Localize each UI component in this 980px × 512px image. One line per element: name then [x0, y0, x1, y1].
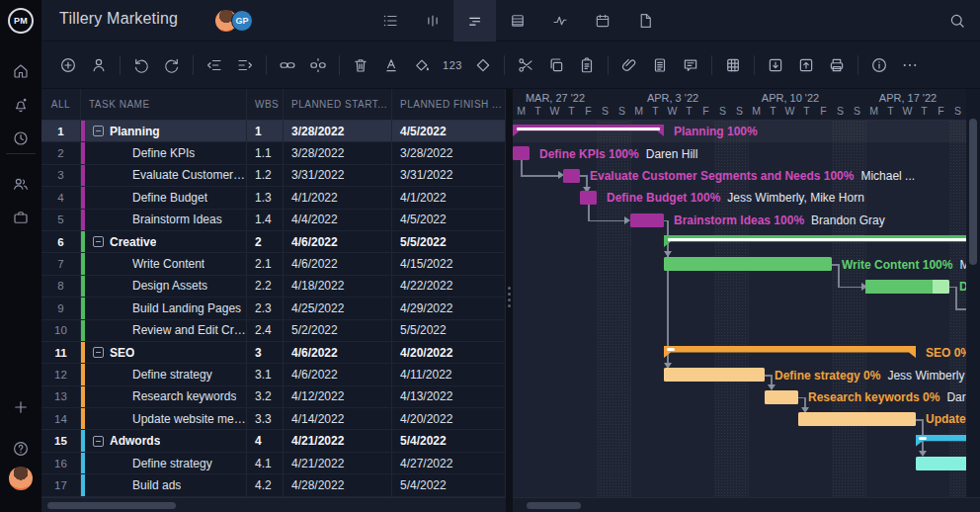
gantt-summary-bar[interactable]: [664, 235, 966, 247]
table-row[interactable]: 14Update website met...3.34/14/20224/20/…: [41, 408, 506, 430]
copy-button[interactable]: [543, 52, 569, 78]
planned-finish-cell[interactable]: 4/11/2022: [392, 364, 506, 384]
table-row[interactable]: 9Build Landing Pages2.34/25/20224/29/202…: [41, 298, 506, 319]
planned-finish-cell[interactable]: 4/1/2022: [392, 187, 506, 208]
pm-logo[interactable]: PM: [8, 8, 34, 34]
planned-finish-cell[interactable]: 4/27/2022: [392, 453, 506, 473]
task-name-cell[interactable]: Define Budget: [81, 187, 247, 208]
planned-start-cell[interactable]: 3/31/2022: [284, 165, 392, 186]
info-button[interactable]: [866, 52, 892, 78]
unlink-tasks-button[interactable]: [305, 52, 331, 78]
table-row[interactable]: 5Brainstorm Ideas1.44/4/20224/5/2022: [41, 210, 506, 231]
column-header-wbs[interactable]: WBS: [247, 89, 284, 120]
attachment-button[interactable]: [616, 52, 642, 78]
task-name-cell[interactable]: Planning: [81, 121, 247, 141]
planned-start-cell[interactable]: 4/18/2022: [284, 276, 392, 297]
gantt-task-bar[interactable]: [513, 146, 530, 160]
more-button[interactable]: [897, 52, 923, 78]
planned-finish-cell[interactable]: 4/5/2022: [392, 121, 506, 141]
planned-finish-cell[interactable]: 5/5/2022: [392, 231, 506, 252]
task-name-cell[interactable]: Research keywords: [81, 386, 247, 407]
task-name-cell[interactable]: Design Assets: [81, 276, 247, 297]
table-row[interactable]: 13Research keywords3.24/12/20224/13/2022: [41, 386, 506, 408]
print-button[interactable]: [824, 52, 850, 78]
column-header-task-name[interactable]: TASK NAME: [81, 89, 247, 120]
task-name-cell[interactable]: Review and Edit Cre...: [81, 320, 247, 341]
planned-finish-cell[interactable]: 4/13/2022: [392, 386, 506, 407]
export-button[interactable]: [793, 52, 819, 78]
table-row[interactable]: 12Define strategy3.14/6/20224/11/2022: [41, 364, 506, 385]
link-tasks-button[interactable]: [275, 52, 300, 78]
sidebar-add-button[interactable]: [0, 393, 41, 421]
gantt-task-bar[interactable]: [563, 169, 580, 183]
collapse-toggle-icon[interactable]: [93, 126, 104, 136]
table-hscroll-thumb[interactable]: [47, 502, 176, 509]
table-row[interactable]: 1Planning13/28/20224/5/2022: [41, 121, 506, 142]
table-row[interactable]: 15Adwords44/21/20225/4/2022: [41, 430, 506, 452]
table-row[interactable]: 4Define Budget1.34/1/20224/1/2022: [41, 187, 506, 209]
task-name-cell[interactable]: Build Landing Pages: [81, 298, 247, 318]
planned-finish-cell[interactable]: 5/4/2022: [392, 474, 506, 495]
gantt-task-bar[interactable]: [630, 213, 664, 227]
planned-finish-cell[interactable]: 4/20/2022: [392, 408, 506, 429]
sidebar-notifications-icon[interactable]: [0, 91, 41, 119]
view-tab-gantt[interactable]: [453, 0, 496, 42]
task-name-cell[interactable]: Write Content: [81, 253, 247, 274]
search-button[interactable]: [937, 0, 978, 42]
gantt-task-bar[interactable]: [580, 191, 597, 205]
collapse-toggle-icon[interactable]: [93, 236, 104, 247]
sidebar-profile-avatar[interactable]: [9, 467, 33, 490]
sidebar-home-icon[interactable]: [0, 57, 41, 85]
table-row[interactable]: 3Evaluate Customer ...1.23/31/20223/31/2…: [41, 165, 506, 187]
view-tab-calendar[interactable]: [581, 0, 623, 42]
numbers-button[interactable]: 123: [440, 52, 465, 78]
planned-start-cell[interactable]: 4/4/2022: [284, 210, 392, 230]
planned-finish-cell[interactable]: 4/15/2022: [392, 253, 506, 274]
planned-start-cell[interactable]: 4/12/2022: [284, 386, 392, 407]
task-name-cell[interactable]: SEO: [81, 342, 247, 363]
gantt-task-bar[interactable]: [798, 412, 916, 426]
table-row[interactable]: 8Design Assets2.24/18/20224/22/2022: [41, 276, 506, 298]
planned-finish-cell[interactable]: 5/4/2022: [392, 430, 506, 451]
planned-start-cell[interactable]: 4/6/2022: [284, 364, 392, 384]
task-name-cell[interactable]: Evaluate Customer ...: [81, 165, 247, 186]
planned-start-cell[interactable]: 4/21/2022: [284, 453, 392, 473]
planned-start-cell[interactable]: 4/6/2022: [284, 253, 392, 274]
table-row[interactable]: 10Review and Edit Cre...2.45/2/20225/5/2…: [41, 320, 506, 342]
gantt-task-bar[interactable]: [664, 368, 765, 382]
notes-button[interactable]: [647, 52, 673, 78]
planned-finish-cell[interactable]: 3/28/2022: [392, 142, 506, 163]
column-header-planned-finish[interactable]: PLANNED FINISH ...: [392, 89, 506, 120]
table-row[interactable]: 6Creative24/6/20225/5/2022: [41, 231, 506, 253]
task-name-cell[interactable]: Brainstorm Ideas: [81, 210, 247, 230]
comment-button[interactable]: [678, 52, 703, 78]
column-header-all[interactable]: ALL: [41, 89, 81, 120]
gantt-hscroll-thumb[interactable]: [527, 502, 581, 509]
add-task-button[interactable]: [55, 52, 81, 78]
task-name-cell[interactable]: Define strategy: [81, 364, 247, 384]
gantt-task-bar[interactable]: [916, 457, 966, 470]
table-row[interactable]: 7Write Content2.14/6/20224/15/2022: [41, 253, 506, 275]
table-row[interactable]: 2Define KPIs1.13/28/20223/28/2022: [41, 142, 506, 164]
delete-button[interactable]: [348, 52, 373, 78]
indent-button[interactable]: [232, 52, 258, 78]
sidebar-help-button[interactable]: [0, 435, 41, 463]
planned-finish-cell[interactable]: 4/20/2022: [392, 342, 506, 363]
planned-finish-cell[interactable]: 4/5/2022: [392, 210, 506, 230]
planned-start-cell[interactable]: 4/1/2022: [284, 187, 392, 208]
column-header-planned-start[interactable]: PLANNED START...: [284, 89, 392, 120]
gantt-task-bar[interactable]: [664, 257, 832, 271]
collapse-toggle-icon[interactable]: [93, 436, 104, 447]
planned-start-cell[interactable]: 4/21/2022: [284, 430, 392, 451]
planned-start-cell[interactable]: 4/6/2022: [284, 342, 392, 363]
pane-splitter[interactable]: [506, 89, 513, 512]
planned-start-cell[interactable]: 4/25/2022: [284, 298, 392, 318]
gantt-vscroll-thumb[interactable]: [969, 119, 977, 265]
planned-finish-cell[interactable]: 4/29/2022: [392, 298, 506, 318]
planned-start-cell[interactable]: 3/28/2022: [284, 142, 392, 163]
view-tab-list[interactable]: [368, 0, 411, 42]
gantt-summary-bar[interactable]: [664, 346, 916, 358]
user-avatar-initials[interactable]: GP: [231, 10, 253, 32]
collapse-toggle-icon[interactable]: [93, 347, 104, 358]
import-button[interactable]: [763, 52, 788, 78]
